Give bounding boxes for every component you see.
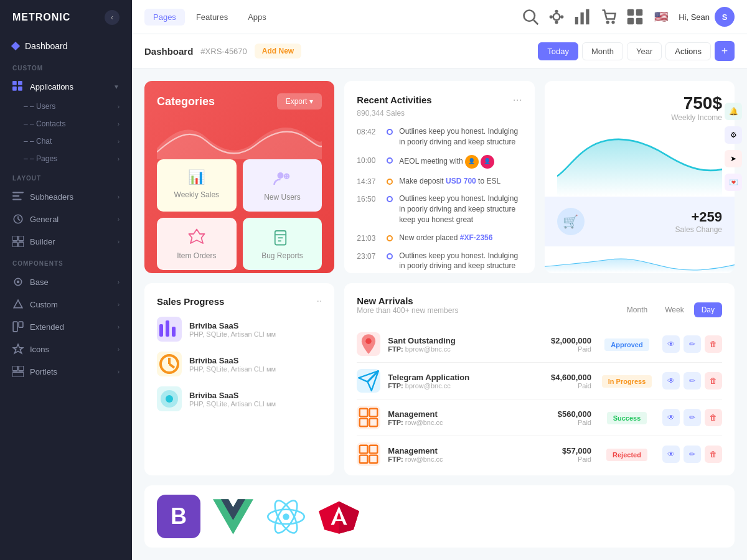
income-chart (557, 128, 722, 197)
activities-header: Recent Activities ··· (357, 93, 522, 106)
arrival-info-4: Management FTP: row@bnc.cc (388, 446, 522, 463)
activities-menu[interactable]: ··· (513, 93, 522, 106)
topnav-link-apps[interactable]: Apps (239, 9, 275, 26)
month-button[interactable]: Month (582, 42, 623, 60)
app-name: METRONIC (12, 12, 70, 23)
sub-cards: 📊 Weekly Sales New Users Item Orders (157, 159, 322, 270)
svg-rect-64 (370, 446, 378, 454)
flag-icon[interactable]: 🇺🇸 (652, 8, 670, 26)
section-label-custom: CUSTOM (0, 57, 132, 75)
view-button-2[interactable]: 👁 (662, 372, 680, 390)
arrivals-tab-week[interactable]: Week (657, 302, 691, 317)
new-users-icon (273, 169, 291, 188)
activity-item-2: 10:00 AEOL meeting with 👤 👤 (357, 155, 522, 169)
sidebar-sub-item-chat[interactable]: – Chat › (24, 133, 132, 150)
progress-info-1: Briviba SaaS PHP, SQLite, Artisan CLI мм (189, 321, 322, 338)
sidebar-item-custom[interactable]: Custom › (0, 293, 132, 315)
sidebar-item-general[interactable]: General › (0, 208, 132, 230)
search-icon[interactable] (522, 8, 539, 26)
weekly-income-amount: 750$ (557, 93, 722, 113)
arrival-amount-2: $4,600,000 Paid (529, 373, 591, 390)
vue-icon (213, 497, 253, 537)
edit-button-3[interactable]: ✏ (684, 409, 701, 426)
arrival-info-2: Telegram Application FTP: bprow@bnc.cc (388, 373, 522, 390)
extended-label: Extended (30, 322, 64, 332)
network-icon[interactable] (548, 8, 565, 26)
actions-button[interactable]: Actions (665, 42, 711, 60)
settings-icon[interactable]: ⚙ (725, 126, 735, 144)
cart-icon[interactable] (600, 8, 618, 26)
today-button[interactable]: Today (538, 42, 578, 60)
sales-change-label: Sales Change (675, 225, 722, 234)
edit-button-4[interactable]: ✏ (684, 446, 701, 463)
svg-rect-62 (370, 419, 378, 427)
edit-button-1[interactable]: ✏ (684, 335, 701, 353)
sales-progress-menu[interactable]: ·· (316, 296, 322, 307)
new-arrivals-header: New Arrivals More than 400+ new members … (357, 296, 722, 324)
section-label-layout: LAYOUT (0, 167, 132, 185)
sidebar-sub-item-pages[interactable]: – Pages › (24, 150, 132, 167)
arrival-status-3: Success (599, 412, 655, 423)
export-button[interactable]: Export ▾ (277, 93, 322, 110)
user-menu[interactable]: Hi, Sean S (679, 7, 735, 27)
arrival-info-3: Management FTP: row@bnc.cc (388, 409, 522, 426)
add-new-button[interactable]: Add New (255, 44, 301, 58)
topnav-right: 🇺🇸 Hi, Sean S (522, 7, 735, 27)
sidebar-item-extended[interactable]: Extended › (0, 315, 132, 338)
svg-rect-20 (12, 366, 17, 371)
sidebar-item-base[interactable]: Base › (0, 271, 132, 293)
builder-label: Builder (30, 237, 55, 246)
bell-icon[interactable]: 💌 (725, 174, 735, 191)
frameworks-card: B (144, 485, 735, 548)
subheader: Dashboard #XRS-45670 Add New Today Month… (132, 34, 747, 68)
arrivals-tab-day[interactable]: Day (694, 302, 722, 317)
new-arrivals-title: New Arrivals (357, 296, 458, 306)
sidebar-item-dashboard[interactable]: Dashboard (0, 35, 132, 57)
year-button[interactable]: Year (627, 42, 662, 60)
categories-header: Categories Export ▾ (157, 93, 322, 110)
view-button-3[interactable]: 👁 (662, 409, 680, 426)
topnav-link-features[interactable]: Features (187, 9, 237, 26)
sidebar-item-icons[interactable]: Icons › (0, 338, 132, 360)
item-orders-label: Item Orders (177, 251, 216, 260)
svg-marker-16 (14, 300, 22, 307)
sidebar-collapse-button[interactable]: ‹ (105, 10, 120, 25)
delete-button-1[interactable]: 🗑 (705, 335, 722, 353)
svg-rect-63 (360, 446, 368, 454)
new-arrivals-title-group: New Arrivals More than 400+ new members (357, 296, 458, 324)
delete-button-3[interactable]: 🗑 (705, 409, 722, 426)
new-arrivals-subtitle: More than 400+ new members (357, 306, 458, 315)
arrivals-tabs: Month Week Day (619, 302, 722, 317)
sidebar-item-subheaders[interactable]: Subheaders › (0, 185, 132, 208)
sidebar-item-builder[interactable]: Builder › (0, 230, 132, 253)
custom-label: Custom (30, 300, 58, 309)
sidebar-item-applications[interactable]: Applications ▼ (0, 75, 132, 98)
user-avatar: S (715, 7, 735, 27)
sidebar-sub-item-users[interactable]: – Users › (24, 98, 132, 115)
topnav-links: Pages Features Apps (144, 9, 519, 26)
arrival-status-1: Approved (599, 338, 655, 350)
arrivals-tab-month[interactable]: Month (619, 302, 655, 317)
chart-icon[interactable] (574, 8, 591, 26)
view-button-4[interactable]: 👁 (662, 446, 680, 463)
view-button-1[interactable]: 👁 (662, 335, 680, 353)
svg-rect-22 (12, 372, 24, 377)
arrival-row-4: Management FTP: row@bnc.cc $57,000 Paid … (357, 436, 722, 472)
sidebar-sub-item-contacts[interactable]: – Contacts › (24, 115, 132, 133)
svg-rect-1 (18, 81, 22, 85)
subheader-right: Today Month Year Actions + (538, 41, 735, 61)
svg-rect-61 (360, 419, 368, 427)
new-arrivals-card: New Arrivals More than 400+ new members … (344, 283, 735, 475)
topnav-link-pages[interactable]: Pages (144, 9, 185, 26)
filter-icon[interactable]: 🔔 (725, 103, 735, 120)
delete-button-4[interactable]: 🗑 (705, 446, 722, 463)
grid-icon[interactable] (626, 8, 644, 26)
delete-button-2[interactable]: 🗑 (705, 372, 722, 390)
arrival-actions-3: 👁 ✏ 🗑 (662, 409, 722, 426)
plus-button[interactable]: + (715, 41, 735, 61)
send-icon[interactable]: ➤ (725, 150, 735, 167)
sidebar-item-portlets[interactable]: Portlets › (0, 360, 132, 383)
sales-change-chart (545, 246, 735, 273)
income-card: 750$ Weekly Income (545, 81, 735, 273)
edit-button-2[interactable]: ✏ (684, 372, 701, 390)
